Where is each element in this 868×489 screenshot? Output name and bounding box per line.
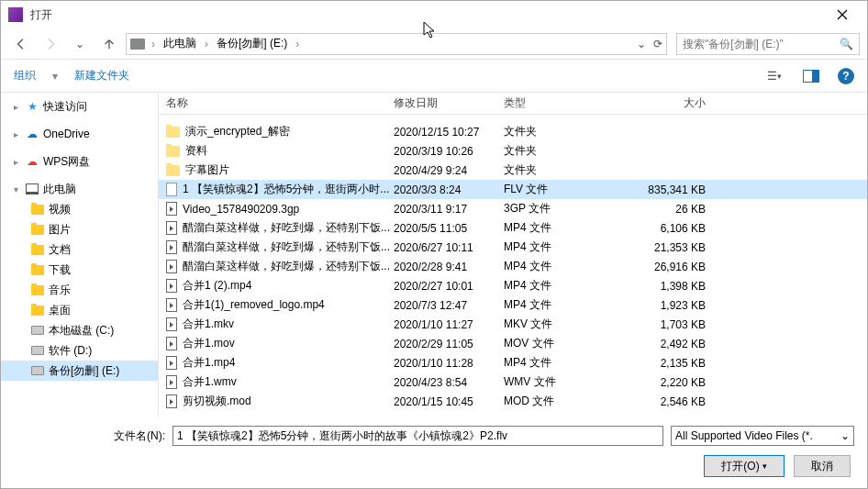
video-icon: [166, 202, 177, 216]
file-size: 26,916 KB: [605, 261, 724, 273]
sidebar-item[interactable]: 下载: [1, 260, 158, 280]
file-type: MP4 文件: [504, 239, 605, 255]
file-row[interactable]: 合并1.mov2020/2/29 11:05MOV 文件2,492 KB: [159, 334, 867, 353]
file-row[interactable]: 剪切视频.mod2020/1/15 10:45MOD 文件2,546 KB: [159, 392, 867, 411]
video-icon: [166, 298, 177, 312]
sidebar-item-label: 软件 (D:): [49, 343, 92, 359]
chevron-right-icon: ›: [202, 38, 211, 50]
filename-label: 文件名(N):: [14, 428, 165, 444]
wps-icon: ☁: [25, 154, 39, 169]
file-name: 演示_encrypted_解密: [185, 124, 290, 139]
file-type: 3GP 文件: [504, 201, 605, 217]
sidebar-item[interactable]: 桌面: [1, 300, 158, 320]
file-row[interactable]: 醋溜白菜这样做，好吃到爆，还特别下饭...2020/2/28 9:41MP4 文…: [159, 257, 867, 276]
file-date: 2020/1/10 11:27: [394, 318, 504, 331]
sidebar-item-label: 桌面: [49, 303, 71, 318]
preview-pane-icon[interactable]: [801, 66, 821, 86]
file-icon: [166, 183, 177, 196]
file-row[interactable]: 资料2020/3/19 10:26文件夹: [159, 141, 867, 161]
sidebar-item[interactable]: ▸★快速访问: [1, 96, 158, 117]
cancel-button[interactable]: 取消: [794, 455, 851, 477]
video-icon: [166, 356, 177, 370]
refresh-icon[interactable]: ⟳: [653, 38, 662, 50]
sidebar-item[interactable]: ▾此电脑: [1, 179, 158, 199]
file-row[interactable]: 合并1.wmv2020/4/23 8:54WMV 文件2,220 KB: [159, 372, 867, 392]
file-row[interactable]: 醋溜白菜这样做，好吃到爆，还特别下饭...2020/5/5 11:05MP4 文…: [159, 218, 867, 238]
sidebar-item[interactable]: ▸☁WPS网盘: [1, 151, 158, 172]
file-name: 字幕图片: [185, 162, 229, 178]
back-button[interactable]: [8, 32, 34, 56]
file-date: 2020/3/11 9:17: [394, 203, 504, 216]
expand-icon[interactable]: ▸: [10, 129, 21, 139]
column-headers[interactable]: 名称 修改日期 类型 大小: [159, 93, 867, 115]
search-input[interactable]: [683, 38, 840, 50]
file-date: 2020/1/10 11:28: [394, 357, 504, 370]
sidebar-item[interactable]: 文档: [1, 239, 158, 260]
expand-icon[interactable]: ▾: [10, 184, 21, 194]
file-row[interactable]: Video_1578490209.3gp2020/3/11 9:173GP 文件…: [159, 199, 867, 218]
expand-icon[interactable]: ▸: [10, 157, 21, 167]
sidebar-item-label: OneDrive: [43, 128, 90, 140]
sidebar-item[interactable]: 图片: [1, 219, 158, 239]
expand-icon[interactable]: ▸: [10, 102, 21, 112]
search-icon[interactable]: 🔍: [840, 38, 853, 50]
drive-icon: [30, 323, 45, 338]
chevron-down-icon[interactable]: ⌄: [637, 38, 646, 50]
sidebar-item[interactable]: 备份[勿删] (E:): [1, 361, 158, 381]
footer: 文件名(N): All Supported Video Files (*. ⌄ …: [1, 417, 867, 489]
file-type: FLV 文件: [504, 182, 605, 197]
sidebar-item[interactable]: 软件 (D:): [1, 340, 158, 361]
file-date: 2020/3/19 10:26: [394, 145, 504, 158]
file-list[interactable]: 演示_encrypted_解密2020/12/15 10:27文件夹资料2020…: [159, 115, 867, 417]
file-size: 6,106 KB: [605, 222, 724, 235]
file-type: MP4 文件: [504, 259, 605, 274]
drive-icon: [130, 39, 145, 50]
file-row[interactable]: 字幕图片2020/4/29 9:24文件夹: [159, 161, 867, 180]
header-date[interactable]: 修改日期: [394, 95, 504, 111]
organize-menu[interactable]: 组织: [14, 68, 36, 83]
file-type: MOV 文件: [504, 336, 605, 351]
breadcrumb[interactable]: › 此电脑 › 备份[勿删] (E:) › ⌄ ⟳: [126, 33, 667, 55]
sidebar-item[interactable]: 视频: [1, 199, 158, 219]
window-title: 打开: [30, 7, 821, 23]
sidebar-item-label: 此电脑: [43, 182, 76, 197]
breadcrumb-root[interactable]: 此电脑: [160, 34, 200, 53]
view-options-icon[interactable]: ☰ ▾: [764, 66, 785, 86]
file-size: 26 KB: [605, 203, 724, 216]
header-type[interactable]: 类型: [504, 95, 605, 111]
file-row[interactable]: 醋溜白菜这样做，好吃到爆，还特别下饭...2020/6/27 10:11MP4 …: [159, 238, 867, 257]
drive-icon: [30, 363, 45, 378]
sidebar-item[interactable]: 本地磁盘 (C:): [1, 320, 158, 340]
drive-icon: [30, 343, 45, 358]
sidebar-item[interactable]: 音乐: [1, 280, 158, 300]
video-icon: [166, 317, 177, 331]
folder-icon: [30, 202, 45, 217]
up-button[interactable]: [96, 32, 122, 56]
sidebar-item[interactable]: ▸☁OneDrive: [1, 124, 158, 144]
file-name: 醋溜白菜这样做，好吃到爆，还特别下饭...: [183, 259, 390, 274]
file-name: 合并1.mp4: [183, 355, 235, 371]
sidebar-item-label: 视频: [49, 202, 71, 217]
open-button[interactable]: 打开(O) ▾: [704, 455, 785, 477]
file-row[interactable]: 合并1.mp42020/1/10 11:28MP4 文件2,135 KB: [159, 353, 867, 372]
file-row[interactable]: 合并1(1)_removed_logo.mp42020/7/3 12:47MP4…: [159, 295, 867, 315]
forward-button[interactable]: [38, 32, 63, 56]
sidebar-item-label: 文档: [49, 242, 71, 258]
header-size[interactable]: 大小: [605, 95, 724, 111]
new-folder-button[interactable]: 新建文件夹: [74, 68, 129, 83]
file-row[interactable]: 合并1 (2).mp42020/2/27 10:01MP4 文件1,398 KB: [159, 276, 867, 295]
folder-icon: [166, 127, 180, 138]
breadcrumb-folder[interactable]: 备份[勿删] (E:): [213, 34, 291, 53]
filename-input[interactable]: [172, 426, 663, 446]
close-button[interactable]: [821, 1, 863, 28]
help-icon[interactable]: ?: [838, 68, 854, 84]
header-name[interactable]: 名称: [159, 95, 394, 111]
file-row[interactable]: 合并1.mkv2020/1/10 11:27MKV 文件1,703 KB: [159, 315, 867, 334]
file-row[interactable]: 1 【笑镇惊魂2】恐怖5分钟，逛街两小时...2020/3/3 8:24FLV …: [159, 180, 867, 199]
file-date: 2020/5/5 11:05: [394, 222, 504, 235]
file-row[interactable]: 演示_encrypted_解密2020/12/15 10:27文件夹: [159, 122, 867, 141]
search-box[interactable]: 🔍: [676, 33, 860, 55]
recent-dropdown[interactable]: ⌄: [67, 32, 93, 56]
filetype-filter[interactable]: All Supported Video Files (*. ⌄: [671, 426, 854, 446]
sidebar-item-label: 图片: [49, 222, 71, 238]
